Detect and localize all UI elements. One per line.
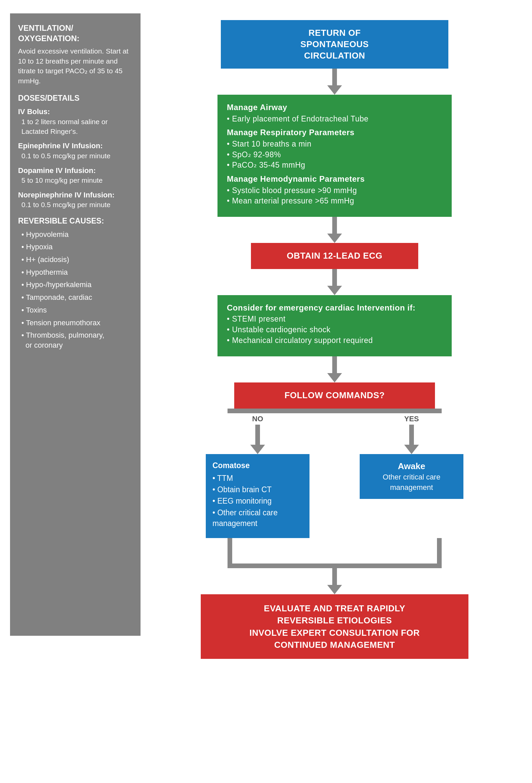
list-item: Toxins <box>18 305 132 315</box>
sidebar: VENTILATION/ OXYGENATION: Avoid excessiv… <box>10 13 140 636</box>
list-item: Early placement of Endotracheal Tube <box>227 114 442 124</box>
ecg-label: OBTAIN 12-LEAD ECG <box>287 251 382 261</box>
reversible-causes-list: Hypovolemia Hypoxia H+ (acidosis) Hypoth… <box>18 229 132 350</box>
list-item: Hypothermia <box>18 268 132 277</box>
arrow-head <box>327 233 342 243</box>
manage-box: Manage Airway Early placement of Endotra… <box>218 95 452 217</box>
manage-resp-title: Manage Respiratory Parameters <box>227 127 442 137</box>
final-box: EVALUATE AND TREAT RAPIDLY REVERSIBLE ET… <box>201 594 468 659</box>
list-item: STEMI present <box>227 314 442 324</box>
list-item: SpO₂ 92-98% <box>227 150 442 160</box>
list-item: Other critical care management <box>213 507 303 529</box>
no-label: NO <box>252 415 263 423</box>
follow-commands-label: FOLLOW COMMANDS? <box>284 390 385 400</box>
branch-head <box>404 445 419 454</box>
manage-hemo-list: Systolic blood pressure >90 mmHg Mean ar… <box>227 186 442 207</box>
branch-right: YES Awake Other critical care management <box>355 413 468 538</box>
rosc-box: RETURN OF SPONTANEOUS CIRCULATION <box>221 20 448 69</box>
branch-left: NO Comatose TTM Obtain brain CT EEG moni… <box>201 413 314 538</box>
dose-norepinephrine-value: 0.1 to 0.5 mcg/kg per minute <box>18 200 132 210</box>
dose-iv-bolus: IV Bolus: 1 to 2 liters normal saline or… <box>18 107 132 136</box>
branch-shaft <box>409 425 414 445</box>
list-item: Hypovolemia <box>18 229 132 240</box>
dose-epinephrine-label: Epinephrine IV Infusion: <box>18 141 132 151</box>
arrow-head <box>327 286 342 295</box>
ventilation-title: VENTILATION/ OXYGENATION: <box>18 23 132 43</box>
comatose-box: Comatose TTM Obtain brain CT EEG monitor… <box>206 454 310 538</box>
list-item: PaCO₂ 35-45 mmHg <box>227 160 442 170</box>
list-item: Tamponade, cardiac <box>18 292 132 303</box>
arrow-2 <box>327 217 342 243</box>
dose-iv-bolus-value: 1 to 2 liters normal saline or Lactated … <box>18 117 132 136</box>
follow-commands-box: FOLLOW COMMANDS? <box>234 382 435 409</box>
left-arrow <box>250 425 265 454</box>
list-item: Mechanical circulatory support required <box>227 336 442 346</box>
arrow-shaft <box>332 269 337 286</box>
branch-shaft <box>255 425 260 445</box>
list-item: Mean arterial pressure >65 mmHg <box>227 196 442 206</box>
list-item: Unstable cardiogenic shock <box>227 325 442 335</box>
dose-iv-bolus-label: IV Bolus: <box>18 107 132 117</box>
comatose-list: TTM Obtain brain CT EEG monitoring Other… <box>213 473 303 529</box>
dose-dopamine-label: Dopamine IV Infusion: <box>18 166 132 176</box>
dose-dopamine-value: 5 to 10 mcg/kg per minute <box>18 175 132 185</box>
list-item: Hypo-/hyperkalemia <box>18 280 132 290</box>
ventilation-body: Avoid excessive ventilation. Start at 10… <box>18 46 132 86</box>
arrow-shaft <box>332 217 337 233</box>
list-item: Start 10 breaths a min <box>227 139 442 149</box>
right-arrow <box>404 425 419 454</box>
manage-airway-title: Manage Airway <box>227 102 442 113</box>
rosc-label: RETURN OF SPONTANEOUS CIRCULATION <box>301 28 369 61</box>
arrow-head <box>327 585 342 594</box>
awake-line2: Other critical care management <box>366 472 457 493</box>
branch-head <box>250 445 265 454</box>
list-item: H+ (acidosis) <box>18 255 132 265</box>
arrow-head <box>327 373 342 382</box>
awake-line1: Awake <box>366 460 457 472</box>
ecg-box: OBTAIN 12-LEAD ECG <box>251 243 418 269</box>
flowchart: RETURN OF SPONTANEOUS CIRCULATION Manage… <box>140 13 522 770</box>
merge-horiz <box>227 563 442 568</box>
list-item: TTM <box>213 473 303 483</box>
manage-resp-list: Start 10 breaths a min SpO₂ 92-98% PaCO₂… <box>227 139 442 171</box>
branch-horiz-container <box>201 409 468 413</box>
awake-box: Awake Other critical care management <box>360 454 463 499</box>
branch-arms: NO Comatose TTM Obtain brain CT EEG moni… <box>201 413 468 538</box>
dose-norepinephrine-label: Norepinephrine IV Infusion: <box>18 190 132 200</box>
reversible-causes-title: REVERSIBLE CAUSES: <box>18 216 132 226</box>
manage-hemo-title: Manage Hemodynamic Parameters <box>227 174 442 184</box>
merge-arrow <box>327 568 342 594</box>
cardiac-intro: Consider for emergency cardiac Intervent… <box>227 303 442 313</box>
doses-title: DOSES/DETAILS <box>18 93 132 103</box>
yes-label: YES <box>404 415 419 423</box>
dose-epinephrine: Epinephrine IV Infusion: 0.1 to 0.5 mcg/… <box>18 141 132 161</box>
final-label: EVALUATE AND TREAT RAPIDLY REVERSIBLE ET… <box>249 603 419 650</box>
branch-horiz-line <box>227 409 442 413</box>
merge-container <box>201 538 468 568</box>
list-item: Tension pneumothorax <box>18 318 132 328</box>
dose-epinephrine-value: 0.1 to 0.5 mcg/kg per minute <box>18 151 132 161</box>
manage-airway-list: Early placement of Endotracheal Tube <box>227 114 442 124</box>
arrow-4 <box>327 356 342 382</box>
arrow-3 <box>327 269 342 295</box>
branch-section: NO Comatose TTM Obtain brain CT EEG moni… <box>201 409 468 594</box>
arrow-head <box>327 85 342 95</box>
arrow-shaft <box>332 69 337 85</box>
list-item: Thrombosis, pulmonary, or coronary <box>18 330 132 350</box>
arrow-shaft <box>332 356 337 373</box>
list-item: Obtain brain CT <box>213 484 303 495</box>
arrow-1 <box>327 69 342 95</box>
comatose-title: Comatose <box>213 460 303 471</box>
list-item: Systolic blood pressure >90 mmHg <box>227 186 442 196</box>
arrow-shaft <box>332 568 337 585</box>
list-item: EEG monitoring <box>213 496 303 506</box>
cardiac-intervention-box: Consider for emergency cardiac Intervent… <box>218 295 452 356</box>
cardiac-list: STEMI present Unstable cardiogenic shock… <box>227 314 442 346</box>
dose-dopamine: Dopamine IV Infusion: 5 to 10 mcg/kg per… <box>18 166 132 185</box>
dose-norepinephrine: Norepinephrine IV Infusion: 0.1 to 0.5 m… <box>18 190 132 210</box>
list-item: Hypoxia <box>18 242 132 252</box>
